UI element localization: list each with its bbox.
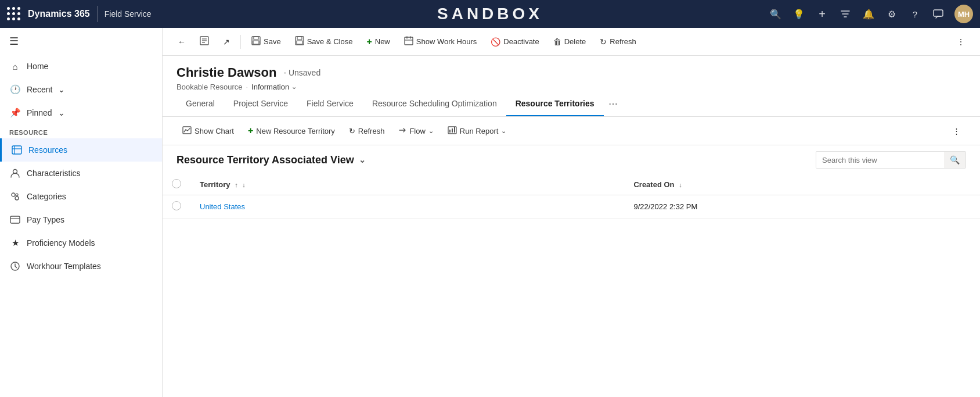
svg-point-6 [15, 196, 19, 200]
add-icon[interactable]: + [815, 7, 829, 21]
svg-rect-0 [934, 10, 943, 16]
refresh-button[interactable]: ↻ Refresh [594, 34, 642, 50]
chevron-down-icon: ⌄ [58, 108, 65, 117]
territory-column-header[interactable]: Territory ↑ ↓ [190, 174, 624, 195]
back-button[interactable]: ← [172, 34, 192, 50]
territory-sort-asc-icon[interactable]: ↑ [235, 181, 238, 188]
deactivate-button[interactable]: 🚫 Deactivate [485, 34, 545, 50]
territory-link[interactable]: United States [200, 202, 245, 211]
record-unsaved-indicator: - Unsaved [283, 68, 320, 77]
territory-sort-desc-icon[interactable]: ↓ [242, 181, 246, 188]
show-chart-label: Show Chart [194, 127, 234, 135]
sub-refresh-button[interactable]: ↻ Refresh [343, 124, 391, 138]
tab-field-service[interactable]: Field Service [297, 92, 363, 116]
show-work-hours-icon [404, 36, 413, 47]
show-chart-icon [182, 126, 192, 136]
show-chart-button[interactable]: Show Chart [176, 123, 240, 139]
view-title-chevron[interactable]: ⌄ [359, 155, 366, 164]
search-icon[interactable]: 🔍 [769, 7, 783, 21]
created-on-sort-icon[interactable]: ↓ [679, 181, 682, 188]
show-work-hours-button[interactable]: Show Work Hours [398, 33, 483, 51]
app-switcher-icon[interactable] [7, 7, 21, 21]
sidebar-label-proficiency-models: Proficiency Models [27, 238, 153, 248]
new-icon: + [366, 37, 372, 47]
record-icon-button[interactable] [194, 33, 215, 51]
sidebar-item-home[interactable]: ⌂ Home [0, 55, 162, 78]
territory-column-label: Territory [200, 180, 230, 189]
sidebar-item-proficiency-models[interactable]: ★ Proficiency Models [0, 231, 162, 255]
svg-rect-28 [452, 128, 453, 133]
new-resource-territory-button[interactable]: + New Resource Territory [242, 123, 341, 139]
tab-project-service[interactable]: Project Service [224, 92, 297, 116]
sidebar-item-categories[interactable]: Categories [0, 185, 162, 208]
open-new-window-button[interactable]: ↗ [217, 34, 236, 50]
more-button[interactable]: ⋮ [951, 34, 971, 50]
run-report-button[interactable]: Run Report ⌄ [442, 123, 512, 139]
pay-types-icon [9, 214, 21, 226]
sidebar-item-characteristics[interactable]: Characteristics [0, 162, 162, 185]
new-button[interactable]: + New [361, 33, 395, 51]
sidebar-label-recent: Recent [27, 85, 52, 94]
filter-icon[interactable] [838, 7, 852, 21]
sidebar-item-resources[interactable]: Resources [0, 138, 162, 162]
created-on-column-header[interactable]: Created On ↓ [624, 174, 980, 195]
tab-resource-scheduling-optimization[interactable]: Resource Scheduling Optimization [363, 92, 506, 116]
save-label: Save [264, 37, 281, 46]
run-report-icon [448, 126, 457, 136]
search-input[interactable] [816, 152, 944, 168]
form-selector-label: Information [251, 83, 289, 91]
show-work-hours-label: Show Work Hours [416, 37, 477, 46]
search-submit-button[interactable]: 🔍 [944, 152, 965, 168]
svg-point-5 [12, 193, 15, 196]
flow-button[interactable]: Flow ⌄ [392, 123, 439, 139]
table-header-section: Resource Territory Associated View ⌄ 🔍 [163, 145, 980, 174]
sub-more-button[interactable]: ⋮ [947, 124, 966, 138]
svg-rect-8 [10, 216, 20, 223]
toolbar-divider-1 [240, 35, 241, 49]
brand-title: Dynamics 365 [28, 9, 90, 19]
row-checkbox[interactable] [172, 201, 181, 210]
proficiency-icon: ★ [9, 237, 21, 249]
sidebar-label-resources: Resources [28, 145, 153, 155]
form-selector[interactable]: Information ⌄ [251, 83, 297, 91]
view-title-text: Resource Territory Associated View [176, 154, 354, 166]
workhour-icon [9, 260, 21, 272]
save-close-label: Save & Close [307, 37, 353, 46]
sidebar-label-characteristics: Characteristics [27, 169, 153, 178]
sidebar-label-home: Home [27, 62, 153, 71]
delete-icon: 🗑 [553, 37, 561, 47]
save-button[interactable]: Save [246, 33, 287, 51]
hamburger-icon[interactable]: ☰ [0, 28, 162, 55]
save-close-button[interactable]: Save & Close [289, 33, 359, 51]
tab-general[interactable]: General [176, 92, 224, 116]
tabs-more-button[interactable]: ⋯ [604, 91, 622, 116]
settings-icon[interactable]: ⚙ [885, 7, 899, 21]
sidebar-item-workhour-templates[interactable]: Workhour Templates [0, 255, 162, 278]
select-all-checkbox[interactable] [172, 179, 181, 188]
tabs-bar: General Project Service Field Service Re… [163, 91, 980, 117]
content-area: ← ↗ Save Save & Close [163, 28, 980, 397]
sub-refresh-icon: ↻ [349, 127, 355, 135]
tab-resource-territories[interactable]: Resource Territories [506, 92, 604, 116]
help-icon[interactable]: ? [908, 7, 922, 21]
sidebar-item-pinned[interactable]: 📌 Pinned ⌄ [0, 101, 162, 124]
delete-button[interactable]: 🗑 Delete [547, 34, 592, 50]
sub-toolbar: Show Chart + New Resource Territory ↻ Re… [163, 117, 980, 145]
back-icon: ← [178, 37, 186, 47]
run-report-chevron: ⌄ [501, 127, 506, 135]
view-title: Resource Territory Associated View ⌄ [176, 154, 366, 166]
sandbox-title: SANDBOX [437, 5, 543, 23]
sidebar-item-pay-types[interactable]: Pay Types [0, 208, 162, 231]
resources-icon [11, 144, 23, 156]
avatar[interactable]: MH [954, 5, 973, 23]
chat-icon[interactable] [931, 7, 945, 21]
bulb-icon[interactable]: 💡 [792, 7, 806, 21]
refresh-label: Refresh [610, 37, 636, 46]
app-name: Field Service [105, 9, 152, 19]
notification-icon[interactable]: 🔔 [862, 7, 875, 21]
sidebar-item-recent[interactable]: 🕐 Recent ⌄ [0, 78, 162, 101]
new-resource-territory-icon: + [248, 126, 253, 136]
categories-icon [9, 191, 21, 202]
main-toolbar: ← ↗ Save Save & Close [163, 28, 980, 56]
select-all-column [163, 174, 190, 195]
